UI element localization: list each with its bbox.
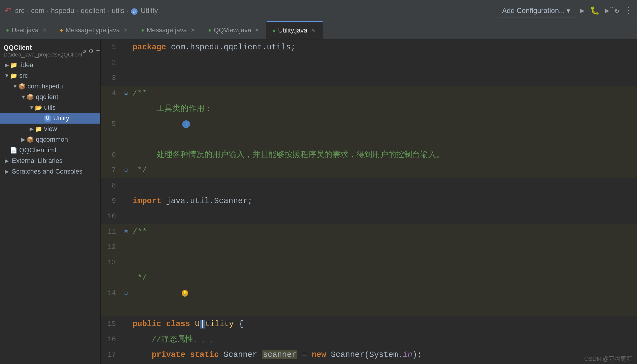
tree-item-label: .idea bbox=[19, 61, 33, 69]
run-with-coverage-icon[interactable]: ▶̑ bbox=[605, 6, 609, 15]
sidebar-item-view[interactable]: ▶ 📁 view bbox=[0, 124, 100, 134]
expand-arrow-icon: ▼ bbox=[28, 105, 35, 111]
line-number: 6 bbox=[101, 147, 122, 163]
line-number: 9 bbox=[101, 193, 122, 209]
top-right-toolbar: Add Configuration... ▾ ▶ 🐛 ▶̑ ↻ ⋮ bbox=[496, 4, 632, 17]
collapse-icon[interactable]: − bbox=[96, 47, 100, 55]
tab-messagetype[interactable]: ● MessageType.java ✕ bbox=[54, 21, 135, 39]
expand-arrow-icon: ▶ bbox=[37, 115, 44, 122]
tab-messagetype-label: MessageType.java bbox=[65, 26, 120, 34]
package-icon: 📦 bbox=[27, 93, 34, 101]
tab-message-close[interactable]: ✕ bbox=[191, 27, 195, 33]
breadcrumb: ↶ src › com › hspedu › qqclient › utils … bbox=[5, 6, 158, 15]
warning-bulb-icon[interactable]: 💡 bbox=[182, 290, 188, 297]
debug-icon[interactable]: 🐛 bbox=[590, 6, 599, 15]
run-icon[interactable]: ▶ bbox=[580, 6, 585, 15]
fold-icon[interactable]: ⊟ bbox=[122, 86, 130, 101]
sidebar-item-scratches[interactable]: ▶ Scratches and Consoles bbox=[0, 166, 100, 177]
line-content: */ bbox=[130, 163, 637, 178]
tree-item-label: utils bbox=[44, 104, 56, 111]
message-tab-icon: ● bbox=[141, 27, 144, 33]
folder-icon: 📂 bbox=[35, 104, 42, 111]
sidebar-item-comhspedu[interactable]: ▼ 📦 com.hspedu bbox=[0, 81, 100, 92]
tab-user[interactable]: ● User.java ✕ bbox=[0, 21, 54, 39]
tab-user-close[interactable]: ✕ bbox=[42, 27, 47, 33]
line-number: 12 bbox=[101, 240, 122, 255]
fold-icon[interactable]: ⊟ bbox=[122, 163, 130, 178]
code-line-12: 12 bbox=[101, 240, 637, 255]
breadcrumb-utility: U Utility bbox=[131, 7, 158, 15]
sidebar-item-external-libraries[interactable]: ▶ External Libraries bbox=[0, 156, 100, 166]
dropdown-chevron-icon: ▾ bbox=[567, 7, 570, 15]
line-number: 8 bbox=[101, 178, 122, 193]
line-content: 处理各种情况的用户输入，并且能够按照程序员的需求，得到用户的控制台输入。 bbox=[130, 147, 637, 163]
breadcrumb-sep1: › bbox=[27, 7, 29, 14]
code-line-15: 15 public class U|tility { bbox=[101, 316, 637, 332]
sidebar-item-qqcommon[interactable]: ▶ 📦 qqcommon bbox=[0, 134, 100, 145]
line-number: 3 bbox=[101, 70, 122, 86]
utility-tab-icon: ● bbox=[272, 27, 276, 34]
info-tooltip-icon: i bbox=[182, 120, 190, 128]
tree-item-label: qqcommon bbox=[36, 136, 68, 143]
tab-user-label: User.java bbox=[12, 26, 39, 34]
more-icon[interactable]: ⋮ bbox=[625, 6, 632, 15]
sidebar-item-src[interactable]: ▼ 📁 src bbox=[0, 70, 100, 81]
qqview-tab-icon: ● bbox=[208, 27, 212, 33]
folder-icon: 📁 bbox=[10, 62, 17, 69]
code-line-5: 5 工具类的作用： i bbox=[101, 101, 637, 147]
line-content: //静态属性。。。 bbox=[130, 332, 637, 347]
java-class-icon: U bbox=[44, 114, 51, 122]
sidebar-item-utility[interactable]: ▶ U Utility bbox=[0, 113, 100, 124]
sidebar-item-iml[interactable]: ▶ 📄 QQClient.iml bbox=[0, 145, 100, 156]
line-number: 17 bbox=[101, 347, 122, 363]
breadcrumb-sep4: › bbox=[108, 7, 109, 14]
sidebar-item-utils[interactable]: ▼ 📂 utils bbox=[0, 102, 100, 113]
folder-icon: 📁 bbox=[10, 72, 17, 79]
tab-messagetype-close[interactable]: ✕ bbox=[123, 27, 128, 33]
settings-icon[interactable]: ⚙ bbox=[89, 47, 93, 55]
code-line-6: 6 处理各种情况的用户输入，并且能够按照程序员的需求，得到用户的控制台输入。 bbox=[101, 147, 637, 163]
add-configuration-button[interactable]: Add Configuration... ▾ bbox=[496, 4, 576, 17]
tab-qqview[interactable]: ● QQView.java ✕ bbox=[202, 21, 267, 39]
code-line-13: 13 bbox=[101, 255, 637, 270]
line-content: 工具类的作用： i bbox=[130, 101, 637, 147]
sidebar-item-idea[interactable]: ▶ 📁 .idea bbox=[0, 60, 100, 70]
tab-message[interactable]: ● Message.java ✕ bbox=[135, 21, 202, 39]
run-toolbar: ▶ 🐛 ▶̑ ↻ ⋮ bbox=[580, 6, 632, 15]
messagetype-tab-icon: ● bbox=[60, 27, 63, 33]
line-content: /** bbox=[130, 224, 637, 240]
tab-utility[interactable]: ● Utility.java ✕ bbox=[267, 21, 323, 39]
line-number: 2 bbox=[101, 55, 122, 70]
tree-item-label: Utility bbox=[53, 114, 69, 122]
line-content: /** bbox=[130, 86, 637, 101]
sidebar-item-qqclient[interactable]: ▼ 📦 qqclient bbox=[0, 92, 100, 102]
line-number: 7 bbox=[101, 163, 122, 178]
tab-utility-close[interactable]: ✕ bbox=[311, 27, 315, 34]
tree-item-label: src bbox=[19, 72, 28, 80]
user-tab-icon: ● bbox=[6, 27, 9, 33]
line-number: 18 bbox=[101, 363, 122, 364]
package-icon: 📦 bbox=[18, 83, 26, 90]
back-arrow-icon[interactable]: ↶ bbox=[5, 6, 12, 15]
main-layout: QQClient D:\idea_java_projects\QQClient … bbox=[0, 40, 637, 364]
file-icon: 📄 bbox=[10, 147, 17, 154]
fold-icon[interactable]: ⊟ bbox=[122, 286, 130, 301]
code-line-14: 14 ⊟ */ 💡 bbox=[101, 270, 637, 316]
fold-icon[interactable]: ⊟ bbox=[122, 224, 130, 240]
reload-icon[interactable]: ↻ bbox=[615, 6, 619, 15]
code-line-7: 7 ⊟ */ bbox=[101, 163, 637, 178]
line-number: 13 bbox=[101, 255, 122, 270]
tab-qqview-close[interactable]: ✕ bbox=[255, 27, 259, 33]
expand-arrow-icon: ▼ bbox=[4, 73, 10, 79]
sync-icon[interactable]: ↺ bbox=[82, 47, 86, 55]
line-number: 1 bbox=[101, 40, 122, 55]
project-name: QQClient bbox=[4, 44, 82, 51]
breadcrumb-utils: utils bbox=[112, 7, 125, 15]
tree-item-label: Scratches and Consoles bbox=[12, 168, 82, 175]
code-editor[interactable]: 1 package com.hspedu.qqclient.utils; 2 3… bbox=[101, 40, 637, 364]
code-line-17: 17 private static Scanner scanner = new … bbox=[101, 347, 637, 363]
breadcrumb-com: com bbox=[31, 7, 44, 15]
line-number: 5 bbox=[101, 117, 122, 132]
line-content: private static Scanner scanner = new Sca… bbox=[130, 347, 637, 363]
expand-arrow-icon: ▶ bbox=[4, 62, 10, 68]
